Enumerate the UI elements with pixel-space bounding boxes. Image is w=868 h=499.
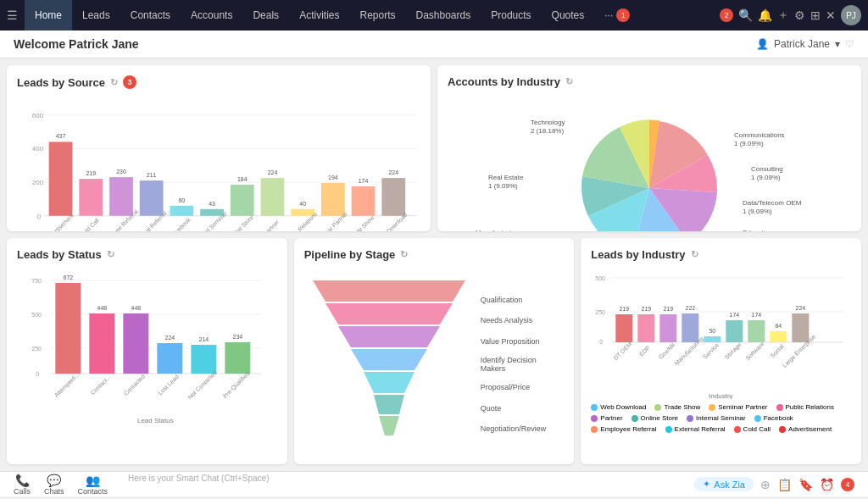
svg-text:234: 234 (232, 334, 242, 340)
svg-text:174: 174 (730, 312, 740, 318)
svg-rect-63 (89, 313, 114, 374)
plus-icon[interactable]: ＋ (777, 8, 789, 23)
chats-icon: 💬 (47, 474, 61, 487)
hamburger-icon[interactable]: ☰ (7, 8, 18, 22)
nav-tab-activities[interactable]: Activities (289, 0, 349, 30)
svg-text:Education: Education (743, 229, 773, 231)
settings-icon[interactable]: ⚙ (794, 8, 805, 22)
nav-tab-accounts[interactable]: Accounts (181, 0, 242, 30)
svg-text:194: 194 (328, 175, 338, 180)
leads-industry-title: Leads by Industry ↻ (591, 248, 851, 261)
pipeline-stage-card: Pipeline by Stage ↻ (294, 238, 575, 464)
pipeline-stage-refresh[interactable]: ↻ (400, 249, 408, 260)
bell-icon[interactable]: 🔔 (758, 8, 772, 22)
legend-employee-referral: Employee Referral (591, 425, 656, 433)
leads-industry-chart: 500 250 0 219 DT OEM 219 EDP (591, 268, 851, 402)
svg-text:Lead Status: Lead Status (137, 417, 174, 424)
smart-chat-label[interactable]: Here is your Smart Chat (Ctrl+Space) (128, 474, 269, 496)
user-avatar[interactable]: PJ (841, 5, 861, 25)
svg-text:500: 500 (31, 312, 42, 318)
svg-rect-102 (682, 313, 699, 342)
legend-online-store: Online Store (632, 414, 678, 422)
nav-tab-leads[interactable]: Leads (72, 0, 120, 30)
leads-source-refresh[interactable]: ↻ (110, 77, 118, 88)
svg-text:230: 230 (116, 169, 126, 175)
svg-text:174: 174 (752, 312, 762, 318)
ask-zia-button[interactable]: ✦ Ask Zia (694, 477, 754, 491)
bottom-icon-3[interactable]: 🔖 (798, 478, 813, 491)
bottom-contacts[interactable]: 👥 Contacts (78, 474, 108, 496)
bottom-icon-2[interactable]: 📋 (777, 478, 792, 491)
calls-label: Calls (14, 487, 31, 496)
nav-tab-deals[interactable]: Deals (242, 0, 289, 30)
leads-industry-refresh[interactable]: ↻ (691, 249, 698, 260)
leads-source-card: Leads by Source ↻ 3 600 400 200 0 437 Ad… (7, 65, 431, 231)
svg-marker-84 (364, 372, 415, 393)
svg-text:40: 40 (299, 201, 306, 207)
nav-tab-contacts[interactable]: Contacts (120, 0, 181, 30)
bottom-icon-4[interactable]: ⏰ (820, 478, 834, 491)
nav-tab-home[interactable]: Home (25, 0, 72, 30)
bar-seminar-partner (321, 183, 345, 216)
nav-tab-quotes[interactable]: Quotes (542, 0, 595, 30)
svg-text:184: 184 (237, 176, 248, 182)
svg-rect-108 (726, 320, 743, 342)
welcome-bar: Welcome Patrick Jane 👤 Patrick Jane ▾ ♡ (0, 30, 868, 58)
accounts-industry-refresh[interactable]: ↻ (565, 76, 573, 87)
svg-marker-81 (326, 303, 453, 324)
close-icon[interactable]: ✕ (826, 8, 836, 22)
svg-text:224: 224 (268, 169, 278, 175)
legend-seminar-partner: Seminar Partner (709, 403, 767, 411)
funnel-label-qualification: Qualification (481, 296, 547, 304)
nav-tab-reports[interactable]: Reports (349, 0, 405, 30)
svg-text:Online Store: Online Store (227, 214, 254, 231)
legend-public-relations: Public Relations (776, 403, 834, 411)
svg-text:222: 222 (686, 305, 696, 311)
funnel-label-value-prop: Value Proposition (481, 337, 547, 346)
nav-tab-products[interactable]: Products (481, 0, 541, 30)
favorite-icon[interactable]: ♡ (845, 38, 854, 50)
svg-text:219: 219 (642, 306, 652, 312)
accounts-industry-chart: Communications 1 (9.09%) Consulting 1 (9… (448, 95, 851, 231)
leads-source-chart: 600 400 200 0 437 Advertisement 219 Cold… (17, 96, 420, 231)
leads-source-badge: 3 (123, 75, 136, 89)
leads-status-refresh[interactable]: ↻ (107, 249, 114, 260)
svg-rect-114 (771, 331, 787, 342)
svg-rect-117 (793, 313, 810, 342)
svg-text:Consulting: Consulting (751, 165, 783, 173)
svg-text:500: 500 (596, 275, 606, 281)
user-name[interactable]: Patrick Jane (774, 38, 830, 50)
bottom-right: ✦ Ask Zia ⊕ 📋 🔖 ⏰ 4 (694, 477, 854, 491)
bar-web-download (381, 178, 405, 216)
bottom-left: 📞 Calls 💬 Chats 👥 Contacts Here is your … (14, 474, 270, 496)
nav-tabs: Home Leads Contacts Accounts Deals Activ… (25, 0, 720, 30)
svg-text:224: 224 (388, 169, 398, 175)
svg-text:Partner: Partner (262, 219, 281, 231)
bar-partner (261, 178, 285, 216)
bottom-chats[interactable]: 💬 Chats (44, 474, 64, 496)
nav-tab-more[interactable]: ··· 1 (594, 0, 640, 30)
svg-text:Technology: Technology (531, 119, 565, 126)
svg-text:0: 0 (37, 213, 42, 220)
svg-text:Gov/Mil: Gov/Mil (658, 341, 676, 360)
svg-rect-66 (123, 313, 148, 374)
svg-text:Cold Call: Cold Call (79, 217, 100, 231)
search-icon[interactable]: 🔍 (738, 8, 753, 22)
svg-text:Contacted: Contacted (123, 373, 147, 396)
svg-text:Facebook: Facebook (169, 216, 192, 231)
svg-rect-75 (225, 342, 250, 374)
bottom-calls[interactable]: 📞 Calls (14, 474, 31, 496)
svg-text:2 (18.18%): 2 (18.18%) (531, 127, 564, 135)
svg-marker-83 (351, 349, 427, 370)
dashboard: Leads by Source ↻ 3 600 400 200 0 437 Ad… (0, 58, 868, 471)
nav-tab-dashboards[interactable]: Dashboards (406, 0, 481, 30)
legend-facebook: Facebook (754, 414, 793, 422)
contacts-icon: 👥 (86, 474, 100, 487)
accounts-industry-card: Accounts by Industry ↻ (437, 65, 861, 231)
svg-text:1 (9.09%): 1 (9.09%) (488, 182, 518, 190)
leads-status-chart: 750 500 250 0 672 Attempted... 448 Conta… (17, 268, 277, 427)
bottom-icon-1[interactable]: ⊕ (760, 478, 771, 491)
svg-text:Social: Social (770, 343, 786, 359)
apps-icon[interactable]: ⊞ (810, 8, 821, 22)
chevron-down-icon[interactable]: ▾ (835, 38, 840, 50)
